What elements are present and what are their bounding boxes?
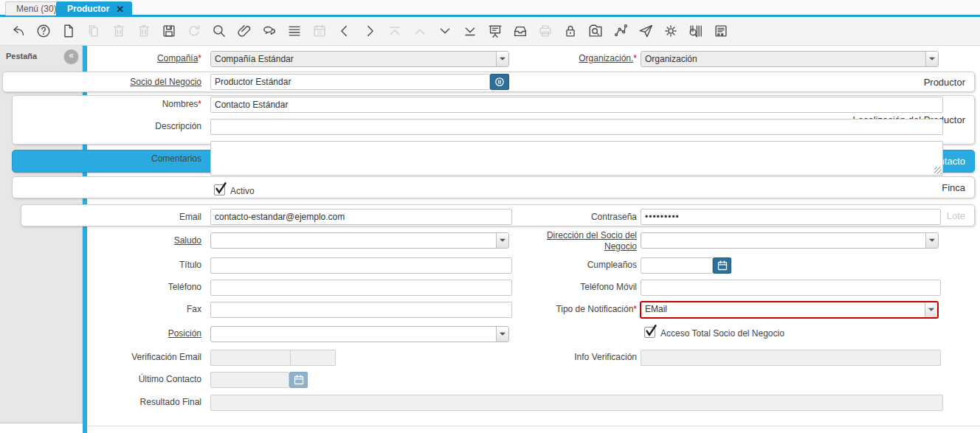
memo-icon[interactable] [713,23,729,39]
report-icon[interactable] [487,23,503,39]
compania-select[interactable]: Compañía Estándar [210,51,509,67]
label-organizacion[interactable]: Organización.* [513,53,637,64]
business-partner-info-button[interactable] [490,74,509,90]
send-request-icon[interactable] [638,23,654,39]
toolbar: 31 [0,17,980,46]
titulo-input[interactable] [210,257,512,274]
delete-record-icon [111,23,127,39]
verificacion-email-input-1 [210,350,291,366]
detail-record-icon[interactable] [437,23,453,39]
first-record-icon [387,23,403,39]
lock-icon[interactable] [562,23,579,39]
tipo-notificacion-select[interactable]: EMail [640,301,939,319]
label-resultado-final: Resultado Final [89,397,201,408]
label-telefono: Teléfono [89,282,201,293]
label-tipo-notificacion: Tipo de Notificación* [513,304,637,315]
direccion-socio-select[interactable] [641,232,939,249]
previous-record-icon[interactable] [337,23,353,39]
label-comentarios: Comentarios [89,153,201,164]
label-descripcion: Descripción [89,121,201,132]
verificacion-email-input-2 [290,350,336,366]
telefono-input[interactable] [210,280,512,296]
label-info-verificacion: Info Verificación [513,352,637,363]
label-acceso-total: Acceso Total Socio del Negocio [660,328,784,339]
telefono-movil-input[interactable] [641,280,941,296]
svg-text:31: 31 [317,30,322,35]
refresh-icon [186,23,202,39]
email-input[interactable]: contacto-estandar@ejemplo.com [210,209,512,225]
attachment-icon[interactable] [236,23,252,39]
checkmark-icon [645,324,658,336]
label-verificacion-email: Verificación Email [89,352,201,363]
calendar-icon [717,260,728,271]
preferences-icon[interactable] [663,23,679,39]
help-icon[interactable] [35,23,52,39]
calendar-icon: 31 [311,23,328,39]
label-cumpleanos: Cumpleaños [513,260,637,271]
workflow-icon[interactable] [612,23,629,39]
calendar-icon [293,374,305,386]
label-ultimo-contacto: Último Contacto [89,374,201,385]
label-compania[interactable]: Compañía* [89,53,201,64]
label-titulo: Título [89,260,201,271]
ultimo-contacto-input [210,372,289,388]
label-direccion-socio[interactable]: Dirección del Socio del Negocio [513,230,637,252]
new-record-icon[interactable] [61,23,77,39]
label-email: Email [89,212,201,223]
label-fax: Fax [89,304,201,315]
application-window: Menú (30) Productor ✕ 31 [0,0,980,433]
tab-productor[interactable]: Productor ✕ [56,1,132,15]
resultado-final-input [210,395,943,411]
zoom-across-icon[interactable] [587,23,604,39]
sidebar-title: Pestaña [6,52,37,60]
checkmark-icon [215,181,227,194]
sidebar-tab-finca[interactable]: Finca [12,176,975,198]
chevron-down-icon[interactable] [496,327,508,342]
info-verificacion-input [641,350,941,366]
label-activo: Activo [230,186,255,196]
delete-selection-icon [136,23,152,39]
print-icon [537,23,553,39]
chevron-down-icon[interactable] [496,233,508,248]
product-info-icon[interactable] [688,23,704,39]
descripcion-input[interactable] [210,119,943,135]
contrasena-input[interactable]: ••••••••• [641,209,941,225]
find-icon[interactable] [211,23,227,39]
chevron-down-icon[interactable] [925,302,937,317]
cumpleanos-input[interactable] [641,257,713,274]
next-record-icon[interactable] [362,23,378,39]
close-tab-icon[interactable]: ✕ [116,4,124,14]
chevron-down-icon[interactable] [496,52,508,66]
posicion-select[interactable] [210,326,509,342]
chevron-down-icon[interactable] [925,52,938,66]
activo-checkbox[interactable] [214,184,225,195]
contact-record-icon [494,76,505,88]
cumpleanos-calendar-button[interactable] [713,257,731,274]
label-socio-del-negocio[interactable]: Socio del Negocio [89,77,201,88]
window-tab-bar: Menú (30) Productor ✕ [0,0,980,17]
save-icon[interactable] [161,23,177,39]
last-record-icon[interactable] [462,23,478,39]
acceso-total-checkbox[interactable] [644,327,655,338]
nombres-input[interactable]: Contacto Estándar [210,97,943,113]
chat-icon[interactable] [261,23,277,39]
organizacion-select[interactable]: Organización [641,51,939,67]
toggle-list-view-icon[interactable] [286,23,303,39]
label-nombres: Nombres* [89,99,201,110]
content-bottom-divider [87,426,980,426]
chevron-down-icon[interactable] [925,233,938,248]
label-saludo[interactable]: Saludo [89,235,201,246]
undo-icon[interactable] [10,23,27,39]
fax-input[interactable] [210,302,512,318]
archive-icon[interactable] [512,23,528,39]
copy-record-icon [86,23,102,39]
collapse-sidebar-icon[interactable]: « [64,49,78,63]
label-contrasena: Contraseña [513,212,637,223]
parent-record-icon [412,23,428,39]
label-posicion[interactable]: Posición [89,328,201,339]
saludo-select[interactable] [210,232,509,249]
label-telefono-movil: Teléfono Móvil [513,282,637,293]
socio-del-negocio-input[interactable]: Productor Estándar [210,74,490,90]
ultimo-contacto-calendar-button [289,372,308,388]
comentarios-textarea[interactable] [210,141,943,176]
